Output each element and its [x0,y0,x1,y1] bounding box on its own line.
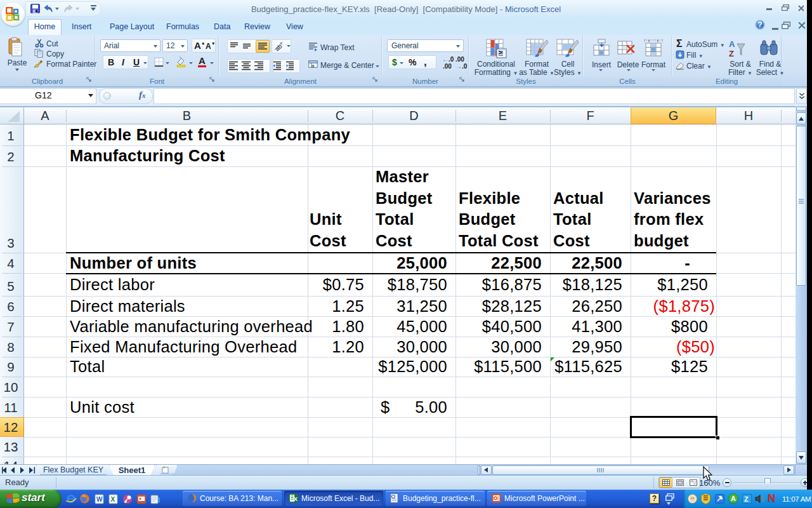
svg-text:X: X [294,496,298,502]
svg-text:Z: Z [729,49,734,58]
svg-text:A: A [729,39,735,49]
svg-text:A: A [731,495,736,502]
svg-text:a: a [311,63,315,69]
svg-text:Z: Z [744,495,749,503]
svg-text:W: W [96,496,103,503]
svg-text:X: X [111,496,115,503]
